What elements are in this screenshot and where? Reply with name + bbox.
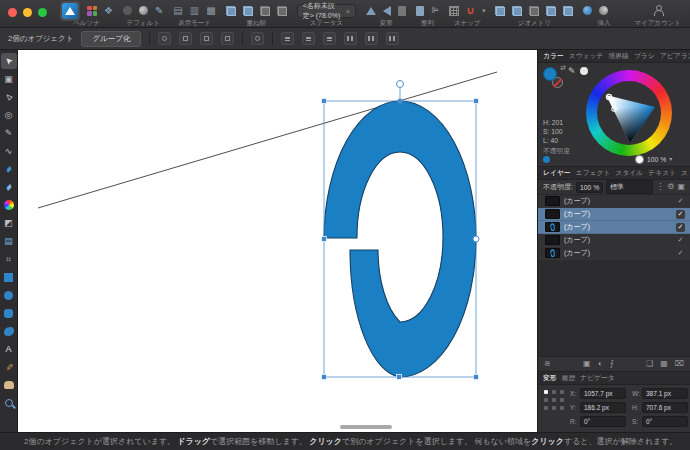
tab-effects[interactable]: エフェクト	[576, 168, 611, 178]
layer-visibility-checkbox[interactable]: ✓	[676, 197, 685, 206]
lock-icon[interactable]: ▣	[677, 183, 685, 191]
boolean-add-icon[interactable]	[495, 6, 505, 16]
snap-grid-icon[interactable]	[449, 6, 459, 16]
zoom-window-button[interactable]	[38, 8, 47, 17]
designer-persona-button[interactable]	[60, 1, 80, 21]
fill-gradient-tool[interactable]	[1, 197, 17, 213]
default-style-icon[interactable]	[123, 6, 132, 15]
bottom-right-handle[interactable]	[474, 375, 479, 380]
insert-behind-icon[interactable]	[583, 6, 592, 15]
group-layers-icon[interactable]: ▦	[660, 360, 668, 368]
blend-options-gear-icon[interactable]: ⚙	[667, 183, 674, 191]
stroke-pencil-icon[interactable]: ✎	[568, 66, 576, 76]
tab-appearance[interactable]: アピアランス	[660, 51, 690, 61]
tab-color[interactable]: カラー	[543, 51, 564, 61]
align-left-icon[interactable]	[281, 32, 294, 45]
move-to-back-icon[interactable]	[277, 6, 287, 16]
layer-row[interactable]: (カーブ) ✓	[538, 247, 690, 260]
align-bottom-icon[interactable]	[386, 32, 399, 45]
corner-tool[interactable]: ◎	[1, 107, 17, 123]
view-mode-split-icon[interactable]: ▩	[206, 6, 215, 16]
zoom-tool[interactable]	[1, 395, 17, 411]
rectangle-tool[interactable]	[1, 269, 17, 285]
layer-row-selected[interactable]: (カーブ) ✓	[538, 221, 690, 234]
insertion-target-icon[interactable]	[158, 32, 171, 45]
swap-fill-stroke-icon[interactable]: ⇄	[560, 64, 566, 72]
layer-row[interactable]: (カーブ) ✓	[538, 195, 690, 208]
default-brush-icon[interactable]: ✎	[155, 6, 163, 16]
tab-navigator[interactable]: ナビゲータ	[580, 373, 615, 383]
opacity-dropdown-icon[interactable]: ▾	[669, 156, 672, 162]
move-to-front-icon[interactable]	[226, 6, 236, 16]
secondary-color-dot[interactable]	[580, 67, 588, 75]
top-left-handle[interactable]	[322, 99, 327, 104]
move-backward-icon[interactable]	[260, 6, 270, 16]
tab-stock[interactable]: ストック	[681, 168, 690, 178]
move-tool[interactable]: ➤	[1, 53, 17, 69]
group-button[interactable]: グループ化	[81, 31, 141, 47]
layers-opacity-field[interactable]: 100 %	[576, 182, 603, 193]
adjustment-layer-icon[interactable]: ◐	[598, 360, 603, 368]
pixel-persona-button[interactable]	[87, 6, 97, 16]
y-field[interactable]: 186.2 px	[580, 402, 626, 413]
delete-layer-icon[interactable]: ⌧	[675, 360, 684, 368]
paint-brush-tool[interactable]: ▰	[1, 161, 17, 177]
opacity-slider[interactable]	[553, 156, 639, 163]
document-title-pill[interactable]: <名称未設定> (78.0%) ×	[297, 4, 356, 18]
tab-brushes[interactable]: ブラシ	[634, 51, 655, 61]
custom-shape-tool[interactable]	[1, 323, 17, 339]
top-center-handle[interactable]	[397, 98, 402, 103]
color-wheel[interactable]	[586, 70, 672, 156]
align-center-icon[interactable]	[302, 32, 315, 45]
alignment-icon[interactable]	[416, 6, 424, 16]
view-pan-tool[interactable]	[1, 377, 17, 393]
tab-history[interactable]: 履歴	[562, 373, 576, 383]
move-forward-icon[interactable]	[243, 6, 253, 16]
blend-ranges-icon[interactable]: ≋	[544, 360, 551, 368]
tab-styles[interactable]: スタイル	[615, 168, 643, 178]
tab-layers[interactable]: レイヤー	[543, 168, 571, 178]
node-tool[interactable]: ⊳	[1, 89, 17, 105]
top-right-handle[interactable]	[474, 99, 479, 104]
boolean-divide-icon[interactable]	[546, 6, 556, 16]
bottom-center-handle[interactable]	[397, 375, 402, 380]
layer-visibility-checkbox[interactable]: ✓	[676, 249, 685, 258]
transform-objects-separately-icon[interactable]	[200, 32, 213, 45]
vector-brush-tool[interactable]: ▰	[1, 179, 17, 195]
rotation-centre-icon[interactable]	[251, 32, 264, 45]
boolean-intersect-icon[interactable]	[529, 6, 539, 16]
tab-transform[interactable]: 変形	[543, 373, 557, 383]
mask-layer-icon[interactable]: ▣	[583, 360, 591, 368]
ellipse-tool[interactable]	[1, 287, 17, 303]
fill-color-well[interactable]	[543, 67, 557, 81]
right-middle-handle[interactable]	[473, 236, 479, 242]
distribute-icon[interactable]: ⊫	[431, 6, 439, 15]
view-mode-vector-icon[interactable]: ▤	[173, 6, 182, 16]
my-account-icon[interactable]	[653, 5, 663, 16]
align-middle-icon[interactable]	[365, 32, 378, 45]
rotation-field[interactable]: 0°	[580, 416, 626, 427]
blend-mode-dropdown[interactable]: 標準	[606, 180, 653, 194]
rounded-rectangle-tool[interactable]	[1, 305, 17, 321]
add-layer-icon[interactable]: ❏	[646, 360, 653, 368]
hsl-triangle[interactable]	[597, 81, 661, 145]
tab-swatches[interactable]: スウォッチ	[569, 51, 604, 61]
layer-row[interactable]: (カーブ) ✓	[538, 234, 690, 247]
flip-vertical-icon[interactable]	[366, 7, 376, 15]
rotation-handle[interactable]	[397, 81, 404, 88]
align-top-icon[interactable]	[344, 32, 357, 45]
tab-text[interactable]: テキスト	[648, 168, 676, 178]
layer-visibility-checkbox[interactable]: ✓	[676, 210, 685, 219]
close-document-icon[interactable]: ×	[345, 7, 350, 16]
minimize-window-button[interactable]	[23, 8, 32, 17]
canvas-horizontal-scrollbar[interactable]	[340, 425, 392, 429]
snapping-magnet-icon[interactable]: ∪	[466, 4, 475, 17]
pen-tool[interactable]: ✎	[1, 125, 17, 141]
boolean-combine-icon[interactable]	[563, 6, 573, 16]
layer-effects-icon[interactable]: ⨍	[610, 360, 614, 368]
artboard-tool[interactable]: ▣	[1, 71, 17, 87]
colour-picker-tool[interactable]: ✎	[1, 359, 17, 375]
shear-field[interactable]: 0°	[642, 416, 688, 427]
edit-all-layers-icon[interactable]	[179, 32, 192, 45]
bottom-left-handle[interactable]	[322, 375, 327, 380]
